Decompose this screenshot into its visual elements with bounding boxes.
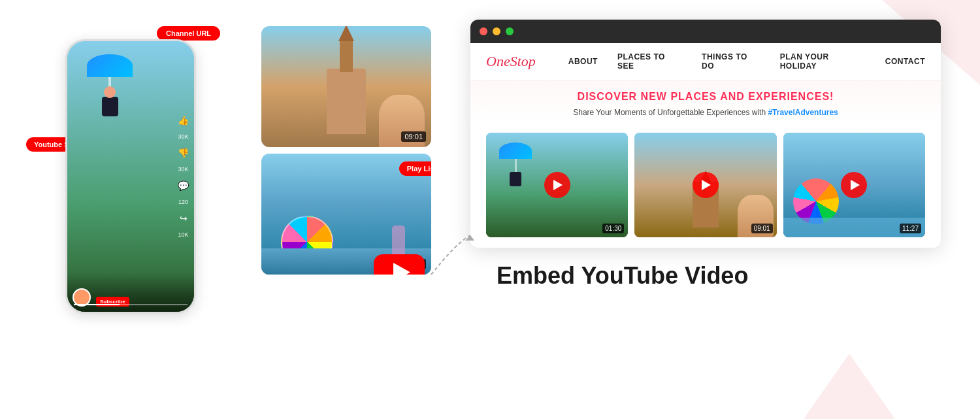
youtube-play-button-large[interactable]	[374, 254, 425, 275]
comment-count: 120	[178, 199, 188, 205]
hero-title: DISCOVER NEW PLACES AND EXPERIENCES!	[486, 91, 925, 103]
browser-dot-green	[506, 27, 514, 35]
nav-item-about[interactable]: ABOUT	[568, 57, 598, 66]
v1-person	[510, 172, 521, 186]
dislike-icon[interactable]: 👎	[178, 148, 189, 158]
hero-subtitle-text: Share Your Moments of Unforgettable Expe…	[573, 108, 768, 117]
church-spire	[338, 26, 354, 41]
person-silhouette	[392, 226, 405, 258]
left-section: Channel URL Youtube Shorts 👍	[26, 20, 235, 314]
phone-progress-fill	[74, 304, 120, 305]
thumbnail-bottom[interactable]: Play List 11:27	[261, 154, 431, 275]
video-card-3[interactable]: 11:27	[783, 133, 925, 237]
browser-dot-red	[480, 27, 487, 35]
video-card-2[interactable]: 09:01	[634, 133, 776, 237]
person-head	[104, 86, 116, 98]
site-nav: OneStop ABOUT PLACES TO SEE THINGS TO DO…	[470, 43, 941, 80]
video-duration-3: 11:27	[900, 224, 921, 233]
paraglider-figure	[87, 54, 133, 116]
phone-progress-bar	[74, 304, 188, 305]
video-card-1[interactable]: 01:30	[486, 133, 628, 237]
nav-item-things[interactable]: THINGS TO DO	[702, 52, 760, 71]
site-logo[interactable]: OneStop	[486, 53, 536, 70]
svg-marker-2	[465, 235, 474, 241]
video-1-figure	[499, 142, 532, 186]
video-play-2[interactable]	[693, 172, 719, 198]
phone-right-actions: 👍 30K 👎 30K 💬 120 ↪ 10K	[178, 115, 189, 238]
nav-item-places[interactable]: PLACES TO SEE	[617, 52, 682, 71]
video-duration-1: 01:30	[602, 224, 624, 233]
video-grid: 01:30 09:01	[470, 125, 941, 248]
deco-triangle-bottom-right	[804, 354, 895, 419]
video-duration-2: 09:01	[751, 224, 773, 233]
hero-subtitle: Share Your Moments of Unforgettable Expe…	[486, 108, 925, 117]
thumbnail-top-duration: 09:01	[401, 131, 426, 142]
phone-bottom-bar: Subscribe	[67, 273, 194, 312]
share-icon[interactable]: ↪	[180, 213, 188, 224]
dislike-count: 30K	[178, 166, 188, 173]
paraglider-person	[102, 97, 118, 116]
embed-youtube-label: Embed YouTube Video	[470, 262, 954, 290]
browser-dot-yellow	[493, 27, 500, 35]
share-count: 10K	[178, 231, 188, 238]
right-section: OneStop ABOUT PLACES TO SEE THINGS TO DO…	[470, 20, 954, 290]
phone-mockup: 👍 30K 👎 30K 💬 120 ↪ 10K Subscribe	[65, 39, 196, 314]
like-count: 30K	[178, 133, 188, 140]
browser-bar	[470, 20, 941, 43]
channel-url-badge[interactable]: Channel URL	[157, 26, 220, 41]
church-body	[327, 69, 366, 134]
main-container: Channel URL Youtube Shorts 👍	[0, 0, 980, 333]
church-tower	[340, 39, 353, 72]
site-hero: DISCOVER NEW PLACES AND EXPERIENCES! Sha…	[470, 80, 941, 125]
comment-icon[interactable]: 💬	[178, 180, 189, 191]
video-play-3[interactable]	[841, 172, 867, 198]
dashed-arrow-connector	[425, 229, 477, 281]
thumbnail-top[interactable]: 09:01	[261, 26, 431, 147]
phone-video-bg: 👍 30K 👎 30K 💬 120 ↪ 10K Subscribe	[67, 41, 194, 312]
video-play-1[interactable]	[544, 172, 570, 198]
browser-mockup: OneStop ABOUT PLACES TO SEE THINGS TO DO…	[470, 20, 941, 248]
thumbnail-top-image	[261, 26, 431, 147]
like-icon[interactable]: 👍	[178, 115, 189, 126]
paraglider-canopy	[87, 54, 133, 77]
hero-hashtag[interactable]: #TravelAdventures	[768, 108, 838, 117]
v1-lines	[515, 159, 517, 172]
nav-item-plan[interactable]: PLAN YOUR HOLIDAY	[780, 52, 866, 71]
middle-section: 09:01 Play List 11:27	[261, 26, 444, 275]
playlist-badge[interactable]: Play List	[399, 161, 431, 176]
v1-canopy	[499, 142, 532, 159]
nav-item-contact[interactable]: CONTACT	[885, 57, 925, 66]
